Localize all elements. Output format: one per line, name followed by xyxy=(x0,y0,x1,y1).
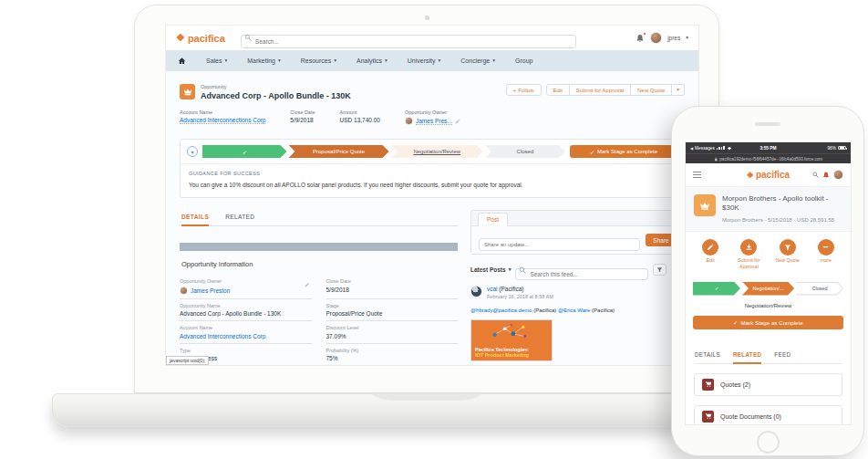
related-quote-documents[interactable]: Quote Documents (0) xyxy=(694,405,842,424)
follow-button[interactable]: +Follow xyxy=(506,84,542,96)
mark-stage-complete-button[interactable]: ✓ Mark Stage as Complete xyxy=(570,145,677,158)
signal-icon xyxy=(717,146,725,151)
nav-item-analytics[interactable]: Analytics▾ xyxy=(356,57,388,64)
tab-related[interactable]: RELATED xyxy=(733,351,761,364)
account-link[interactable]: Advanced Interconnections Corp xyxy=(180,117,265,124)
record-subtitle: Morpon Brothers · 5/15/2018 · USD 28,591… xyxy=(722,216,842,224)
opportunity-icon xyxy=(180,84,195,99)
back-icon[interactable]: ◀ xyxy=(690,146,693,151)
search-icon xyxy=(519,266,526,274)
stage-closed[interactable]: Closed xyxy=(796,282,843,296)
mobile-header: ❖ pacifica xyxy=(686,163,851,187)
notification-badge xyxy=(643,32,647,37)
more-action[interactable]: more xyxy=(807,239,845,270)
path-collapse-toggle[interactable]: ▾ xyxy=(187,146,198,157)
post-image-attachment[interactable]: Pacifica Technologies: IOT Product Marke… xyxy=(470,319,553,361)
notifications-bell-icon[interactable] xyxy=(822,172,830,179)
edit-button[interactable]: Edit xyxy=(546,84,570,96)
pacifica-logo[interactable]: ❖ pacifica xyxy=(747,170,790,180)
check-icon: ✓ xyxy=(243,149,247,155)
brand-name: pacifica xyxy=(756,170,790,180)
search-icon[interactable] xyxy=(812,172,819,178)
clock: 3:55 PM xyxy=(760,146,776,151)
feed-search-input[interactable] xyxy=(515,268,648,280)
stage-completed[interactable]: ✓ xyxy=(202,145,287,158)
tab-feed[interactable]: FEED xyxy=(774,351,790,363)
nav-item-sales[interactable]: Sales▾ xyxy=(206,57,227,64)
related-quotes[interactable]: Quotes (2) xyxy=(694,373,842,396)
feed-panel: Post Share Latest Posts ▾ xyxy=(470,210,685,365)
nav-item-group[interactable]: Group xyxy=(515,57,532,64)
check-icon: ✓ xyxy=(715,286,719,291)
nav-item-concierge[interactable]: Concierge▾ xyxy=(460,57,495,64)
home-icon[interactable] xyxy=(178,57,186,65)
stage-completed[interactable]: ✓ xyxy=(693,282,740,296)
stage-closed[interactable]: Closed xyxy=(485,145,565,158)
new-quote-action[interactable]: New Quote xyxy=(769,239,807,270)
desktop-screen: ❖ pacifica jpres ▾ Sales▾ xyxy=(166,26,698,365)
plus-icon: + xyxy=(513,88,517,93)
edit-action[interactable]: Edit xyxy=(691,239,729,270)
new-quote-button[interactable]: New Quote xyxy=(631,84,672,96)
highlight-amount: Amount USD 13,740.00 xyxy=(340,110,380,126)
field-account-name: Account Name Advanced Interconnections C… xyxy=(180,321,312,344)
username[interactable]: jpres xyxy=(667,35,680,41)
feed-search[interactable] xyxy=(515,264,648,276)
owner-link[interactable]: James Pres... xyxy=(416,118,452,125)
app-nav: Sales▾ Marketing▾ Resources▾ Analytics▾ … xyxy=(166,50,698,71)
post-timestamp: February 16, 2018 at 8:58 AM xyxy=(487,294,553,299)
stage-negotiation[interactable]: Negotiation/... xyxy=(742,282,794,296)
tab-details[interactable]: DETAILS xyxy=(695,351,720,363)
chevron-down-icon: ▾ xyxy=(191,149,193,155)
nav-item-resources[interactable]: Resources▾ xyxy=(301,57,336,64)
chevron-down-icon: ▾ xyxy=(334,58,336,64)
details-panel: DETAILS RELATED Opportunity Information … xyxy=(180,210,458,365)
menu-icon[interactable] xyxy=(693,172,701,178)
submit-for-approval-button[interactable]: Submit for Approval xyxy=(570,84,631,96)
user-menu-caret-icon[interactable]: ▾ xyxy=(686,36,688,41)
mention-link[interactable]: @hbrady@pacifica.demo xyxy=(470,308,532,313)
sales-path: ✓ Negotiation/... Closed xyxy=(693,282,843,296)
global-search-input[interactable] xyxy=(241,35,576,48)
field-stage: Stage Proposal/Price Quote xyxy=(326,299,459,322)
action-bar: Edit Submit for Approval New Quote more xyxy=(686,232,851,272)
owner-link[interactable]: James Preston xyxy=(191,287,230,294)
poster-name-link[interactable]: vcal xyxy=(487,286,498,292)
field-probability: Probability (%) 75% xyxy=(326,344,459,366)
nav-item-marketing[interactable]: Marketing▾ xyxy=(247,57,281,64)
user-avatar[interactable] xyxy=(650,32,662,44)
back-to-app[interactable]: Messages xyxy=(695,146,715,151)
tab-related[interactable]: RELATED xyxy=(225,210,254,225)
opportunity-icon xyxy=(694,194,716,216)
share-update-input[interactable] xyxy=(479,238,640,251)
phone-frame: ◀ Messages 3:55 PM 96% pacifica192demo-f… xyxy=(671,106,864,456)
field-discount-level: Discount Level 37.09% xyxy=(326,321,459,344)
stage-proposal[interactable]: Proposal/Price Quote xyxy=(289,145,389,158)
wifi-icon xyxy=(727,146,732,151)
chevron-down-icon: ▾ xyxy=(225,58,228,64)
sales-path: ▾ ✓ Proposal/Price Quote Negotiation/Rev… xyxy=(180,139,685,198)
feed-sort-dropdown[interactable]: Latest Posts ▾ xyxy=(470,266,511,273)
submit-for-approval-action[interactable]: Submit for Approval xyxy=(729,239,768,270)
tab-post[interactable]: Post xyxy=(478,213,508,226)
ios-status-bar: ◀ Messages 3:55 PM 96% xyxy=(686,142,851,153)
nav-item-university[interactable]: University▾ xyxy=(408,57,441,64)
edit-pencil-icon[interactable] xyxy=(455,119,460,124)
notifications-bell-icon[interactable] xyxy=(636,34,645,43)
tab-details[interactable]: DETAILS xyxy=(181,210,209,226)
mention-link[interactable]: @Erica Ware xyxy=(558,308,591,313)
mark-stage-complete-button[interactable]: ✓ Mark Stage as Complete xyxy=(693,316,843,329)
account-link[interactable]: Advanced Interconnections Corp xyxy=(180,333,265,339)
post-body-text: @hbrady@pacifica.demo (Pacifica) @Erica … xyxy=(470,308,685,313)
highlight-close-date: Close Date 5/9/2018 xyxy=(290,110,315,126)
stage-negotiation[interactable]: Negotiation/Review xyxy=(391,145,483,158)
browser-url-bar[interactable]: pacifica192demo-f58f64457de--16fc4a0d500… xyxy=(686,153,851,163)
edit-pencil-icon[interactable] xyxy=(305,282,310,287)
user-avatar[interactable] xyxy=(833,170,843,180)
feed-filter-button[interactable] xyxy=(653,264,666,276)
battery-icon xyxy=(838,146,846,151)
more-actions-button[interactable]: ▾ xyxy=(672,84,685,96)
global-search[interactable] xyxy=(241,31,576,45)
field-close-date: Close Date 5/9/2018 xyxy=(326,275,459,299)
pacifica-logo[interactable]: ❖ pacifica xyxy=(176,33,225,44)
